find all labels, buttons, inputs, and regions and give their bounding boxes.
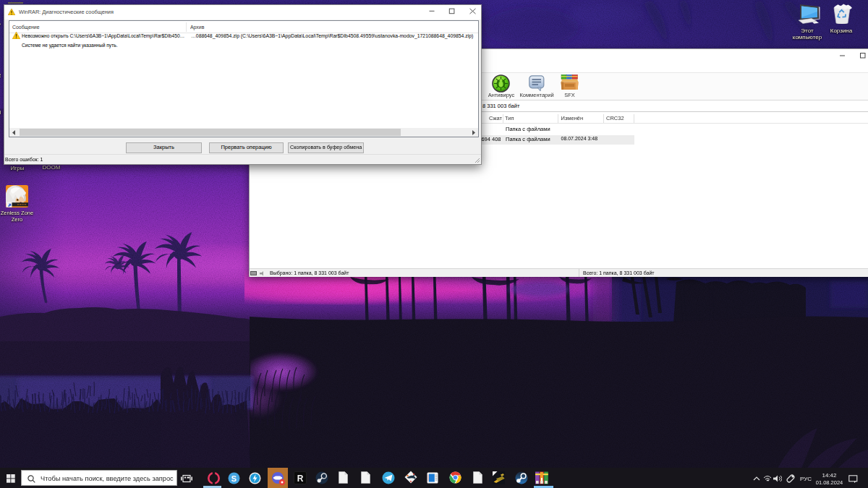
- svg-text:R: R: [297, 474, 304, 484]
- svg-text:S: S: [231, 474, 237, 483]
